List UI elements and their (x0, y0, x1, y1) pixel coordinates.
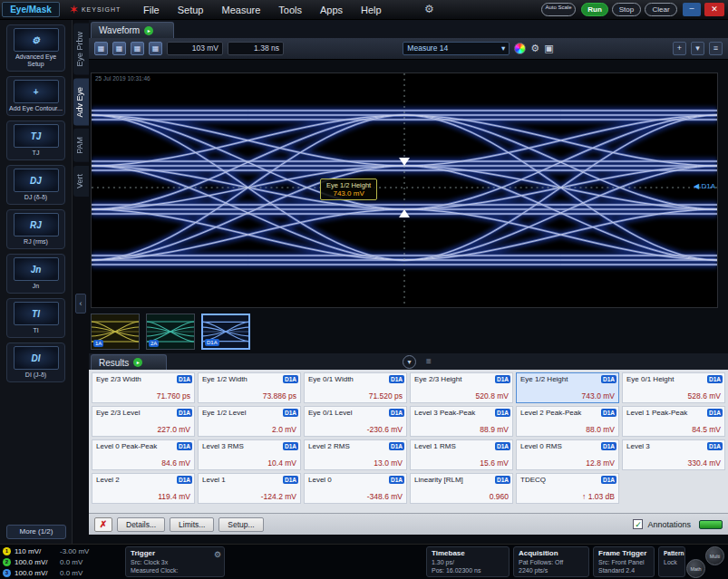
measurement-cell[interactable]: Level 0 RMS D1A 12.8 mV (516, 439, 619, 470)
play-icon: ▸ (144, 26, 153, 35)
channel-row[interactable]: 3 100.0 mV/ 0.0 mV (3, 567, 89, 578)
sidebar-tool-button[interactable]: TI TI (6, 298, 65, 338)
waveform-tabbar: Waveform ▸ (89, 20, 728, 38)
sidebar-tool-button[interactable]: Jn Jn (6, 254, 65, 294)
timebase-scale: 1.30 ps/ (432, 558, 504, 566)
delete-measurement-button[interactable]: ✗ (94, 517, 112, 532)
measurement-cell[interactable]: Eye 2/3 Width D1A 71.760 ps (92, 372, 195, 403)
mode-tab[interactable]: Eye Prbw (73, 24, 89, 75)
measurement-cell[interactable]: Eye 0/1 Level D1A -230.6 mV (304, 406, 407, 437)
menu-item[interactable]: Setup (169, 0, 213, 20)
measurement-cell[interactable]: Level 0 D1A -348.6 mV (304, 473, 407, 504)
measurement-cell[interactable]: Eye 2/3 Height D1A 520.8 mV (410, 372, 513, 403)
display-settings-gear-icon[interactable]: ⚙ (530, 42, 539, 55)
channel-row[interactable]: 2 100.0 mV/ 0.0 mV (3, 556, 89, 567)
multi-knob[interactable]: Multi (705, 546, 724, 565)
measurement-cell[interactable]: Level 3 RMS D1A 10.4 mV (198, 439, 301, 470)
layout-split-icon[interactable]: ▦ (112, 42, 126, 55)
measurement-cell[interactable]: Eye 1/2 Height D1A 743.0 mV (516, 372, 619, 403)
measurement-cell[interactable]: TDECQ D1A ↑ 1.03 dB (516, 473, 619, 504)
sidebar-tool-button[interactable]: + Add Eye Contour... (6, 76, 65, 116)
panel-grip-icon[interactable]: ≡ (426, 356, 432, 366)
save-icon[interactable]: ▣ (544, 42, 553, 55)
measurement-value: 227.0 mV (158, 425, 190, 434)
mode-badge[interactable]: Eye/Mask (2, 2, 60, 17)
menu-item[interactable]: Tools (269, 0, 311, 20)
acquisition-panel[interactable]: Acquisition Pat Follows: Off 2240 pts/s (513, 546, 589, 577)
source-badge: D1A (495, 476, 510, 484)
results-tab[interactable]: Results ▸ (91, 354, 167, 370)
sidebar-tool-button[interactable]: RJ RJ (rms) (6, 209, 65, 249)
channel-readouts: 1 110 mV/ -3.00 mV 2 100.0 mV/ 0.0 mV 3 … (3, 545, 89, 578)
source-badge: D1A (283, 375, 298, 383)
annotations-checkbox[interactable]: ✓ (633, 519, 643, 529)
sidebar-tool-button[interactable]: TJ TJ (6, 121, 65, 160)
waveform-thumbnail[interactable]: 1A (91, 314, 140, 350)
view-menu-icon[interactable]: ≡ (709, 42, 723, 55)
results-panel: Results ▸ ▾ ≡ Eye 2/3 Width D1A 71.760 p… (89, 353, 728, 535)
measurement-cell[interactable]: Eye 1/2 Level D1A 2.0 mV (198, 406, 301, 437)
mode-tab[interactable]: PAM (73, 129, 89, 162)
autoscale-button[interactable]: Auto Scale (541, 3, 576, 16)
mode-tab[interactable]: Vert (73, 166, 89, 197)
measurement-value: 88.9 mV (480, 425, 509, 434)
timebase-panel[interactable]: Timebase 1.30 ps/ Pos: 16.02300 ns (426, 546, 510, 577)
clear-button[interactable]: Clear (645, 3, 677, 16)
settings-gear-icon[interactable]: ⚙ (424, 3, 434, 15)
eye-diagram-display[interactable]: 25 Jul 2019 10:31:46 Eye 1/2 Height 743.… (91, 72, 718, 308)
math-knob[interactable]: Math (686, 559, 705, 578)
waveform-thumbnail[interactable]: D1A (201, 314, 250, 350)
minimize-button[interactable]: – (683, 3, 701, 16)
pattern-panel[interactable]: Pattern Lock (658, 546, 685, 577)
channel-row[interactable]: 1 110 mV/ -3.00 mV (3, 545, 89, 556)
run-button[interactable]: Run (581, 3, 608, 16)
trigger-panel[interactable]: Trigger Src: Clock 3x Measured Clock: ⚙ (125, 546, 225, 577)
trigger-gear-icon[interactable]: ⚙ (214, 550, 221, 559)
measurement-cell[interactable]: Level 3 D1A 330.4 mV (622, 439, 725, 470)
mode-tab[interactable]: Adv Eye (73, 79, 89, 126)
menu-item[interactable]: Apps (311, 0, 352, 20)
measurement-cell[interactable]: Level 2 Peak-Peak D1A 88.0 mV (516, 406, 619, 437)
layout-single-icon[interactable]: ▦ (149, 42, 162, 55)
measurement-cell[interactable]: Level 0 Peak-Peak D1A 84.6 mV (92, 439, 195, 470)
waveform-tab[interactable]: Waveform ▸ (91, 22, 174, 38)
measure-source-select[interactable]: Measure 14 ▾ (403, 42, 510, 55)
sidebar-tool-button[interactable]: DJ DJ (δ-δ) (6, 165, 65, 205)
layout-quad-icon[interactable]: ▦ (131, 42, 144, 55)
sidebar-tool-button[interactable]: DI DI (J-δ) (6, 343, 65, 382)
menu-item[interactable]: Help (352, 0, 391, 20)
collapse-results-button[interactable]: ▾ (403, 355, 416, 369)
channel-scale: 100.0 mV/ (15, 558, 56, 566)
waveform-thumbnail[interactable]: 2A (146, 314, 195, 350)
measurement-cell[interactable]: Level 2 D1A 119.4 mV (92, 473, 195, 504)
details-button[interactable]: Details... (117, 517, 165, 532)
measurement-cell[interactable]: Level 2 RMS D1A 13.0 mV (304, 439, 407, 470)
measurement-cell[interactable]: Linearity [RLM] D1A 0.960 (410, 473, 513, 504)
horizontal-scale-readout[interactable]: 1.38 ns (228, 42, 284, 55)
collapse-panel-button[interactable]: ‹ (75, 294, 86, 314)
add-view-button[interactable]: + (673, 42, 686, 55)
measurement-cell[interactable]: Level 3 Peak-Peak D1A 88.9 mV (410, 406, 513, 437)
stop-button[interactable]: Stop (612, 3, 641, 16)
measurement-value: -124.2 mV (261, 492, 296, 501)
more-tools-button[interactable]: More (1/2) (6, 525, 66, 539)
setup-button[interactable]: Setup... (218, 517, 263, 532)
measurement-cell[interactable]: Level 1 RMS D1A 15.6 mV (410, 439, 513, 470)
layout-grid-icon[interactable]: ▦ (94, 42, 108, 55)
measurement-cell[interactable]: Eye 0/1 Width D1A 71.520 ps (304, 372, 407, 403)
sidebar-tool-button[interactable]: ⚙ Advanced Eye Setup (6, 24, 65, 72)
measurement-cell[interactable]: Level 1 D1A -124.2 mV (198, 473, 301, 504)
channel-scale: 110 mV/ (15, 547, 56, 555)
menu-item[interactable]: Measure (212, 0, 269, 20)
measurement-cell[interactable]: Level 1 Peak-Peak D1A 84.5 mV (622, 406, 725, 437)
measurement-cell[interactable]: Eye 2/3 Level D1A 227.0 mV (92, 406, 195, 437)
close-button[interactable]: ✕ (704, 3, 724, 16)
measurement-cell[interactable]: Eye 0/1 Height D1A 528.6 mV (622, 372, 725, 403)
frame-trigger-panel[interactable]: Frame Trigger Src: Front Panel Standard … (593, 546, 655, 577)
vertical-scale-readout[interactable]: 103 mV (167, 42, 223, 55)
limits-button[interactable]: Limits... (170, 517, 214, 532)
view-dropdown-icon[interactable]: ▾ (691, 42, 704, 55)
measurement-cell[interactable]: Eye 1/2 Width D1A 73.886 ps (198, 372, 301, 403)
menu-item[interactable]: File (134, 0, 169, 20)
color-wheel-icon[interactable] (514, 43, 526, 54)
